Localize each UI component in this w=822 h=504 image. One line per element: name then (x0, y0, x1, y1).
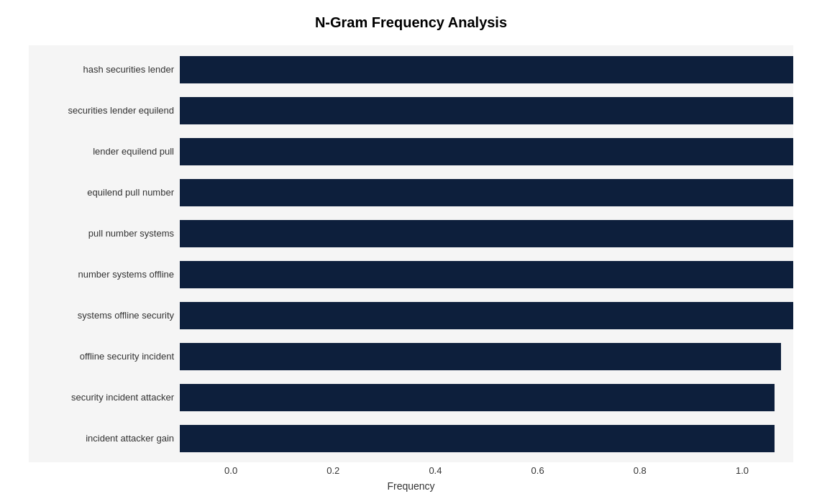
y-axis-labels: hash securities lendersecurities lender … (29, 45, 180, 462)
x-tick-label: 1.0 (691, 465, 793, 476)
bar-row (180, 131, 793, 172)
bar (180, 179, 793, 206)
x-tick-label: 0.0 (180, 465, 282, 476)
bar (180, 97, 793, 124)
y-label-item: security incident attacker (29, 377, 180, 418)
y-label-item: pull number systems (29, 213, 180, 254)
bar (180, 384, 775, 411)
y-label-item: equilend pull number (29, 172, 180, 213)
bar-row (180, 254, 793, 295)
bar (180, 302, 793, 329)
y-label-item: hash securities lender (29, 49, 180, 90)
chart-title: N-Gram Frequency Analysis (315, 14, 507, 31)
x-tick-label: 0.8 (589, 465, 691, 476)
x-axis-container: 0.00.20.40.60.81.0 Frequency (29, 465, 793, 492)
bar (180, 138, 793, 165)
bar-row (180, 295, 793, 336)
bar-row (180, 213, 793, 254)
bar (180, 261, 793, 288)
bars-section (180, 45, 793, 462)
bar-row (180, 90, 793, 131)
y-label-item: incident attacker gain (29, 418, 180, 459)
y-label-item: lender equilend pull (29, 131, 180, 172)
y-label-item: offline security incident (29, 336, 180, 377)
chart-container: N-Gram Frequency Analysis hash securitie… (0, 0, 822, 504)
y-label-item: number systems offline (29, 254, 180, 295)
bar (180, 56, 793, 83)
bar (180, 343, 781, 370)
bar-row (180, 418, 793, 459)
bar-row (180, 49, 793, 90)
chart-area: hash securities lendersecurities lender … (29, 45, 793, 462)
x-axis-title: Frequency (387, 480, 434, 492)
x-tick-label: 0.2 (282, 465, 384, 476)
bar-row (180, 377, 793, 418)
y-label-item: systems offline security (29, 295, 180, 336)
x-tick-label: 0.4 (384, 465, 486, 476)
bar-row (180, 172, 793, 213)
x-tick-label: 0.6 (487, 465, 589, 476)
bar (180, 220, 793, 247)
x-axis-labels: 0.00.20.40.60.81.0 (29, 465, 793, 476)
y-label-item: securities lender equilend (29, 90, 180, 131)
bar (180, 425, 775, 452)
bar-row (180, 336, 793, 377)
